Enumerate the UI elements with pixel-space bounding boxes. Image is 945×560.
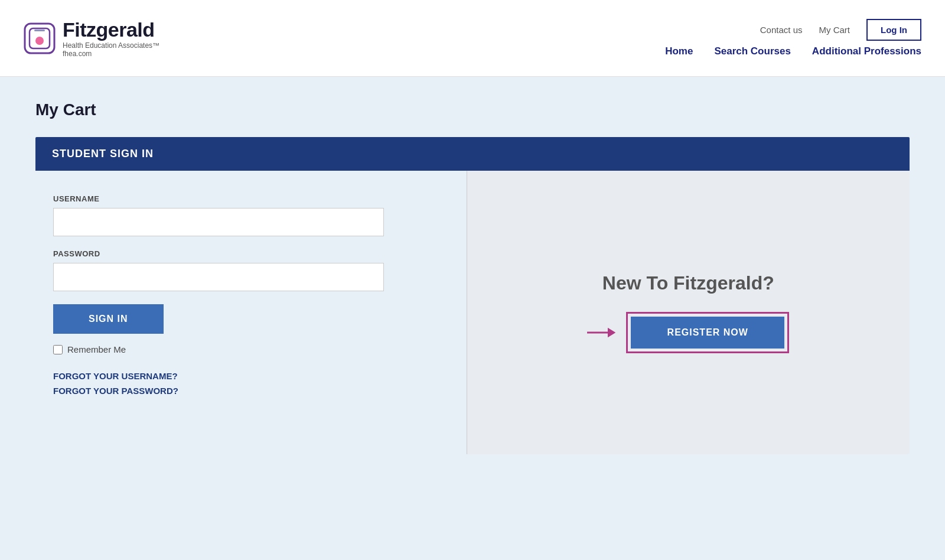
page-title: My Cart [35,100,910,119]
logo-name: Fitzgerald [63,18,159,41]
logo-icon [24,22,56,54]
additional-professions-link[interactable]: Additional Professions [812,45,921,57]
header: Fitzgerald Health Education Associates™ … [0,0,945,77]
logo-area: Fitzgerald Health Education Associates™ … [24,18,159,58]
logo-subtitle: Health Education Associates™ [63,41,159,50]
username-input[interactable] [53,208,384,236]
logo-text-area: Fitzgerald Health Education Associates™ … [63,18,159,58]
username-label: USERNAME [53,194,437,203]
password-input[interactable] [53,263,384,291]
cart-container: STUDENT SIGN IN USERNAME PASSWORD SIGN I… [35,137,910,454]
search-courses-link[interactable]: Search Courses [714,45,790,57]
password-label: PASSWORD [53,249,437,258]
password-group: PASSWORD [53,249,437,291]
remember-me-label: Remember Me [67,344,126,354]
forgot-username-link[interactable]: FORGOT YOUR USERNAME? [53,371,437,381]
student-signin-header: STUDENT SIGN IN [35,137,910,171]
remember-me-group: Remember Me [53,344,437,354]
login-button[interactable]: Log In [866,19,921,41]
remember-me-checkbox[interactable] [53,345,63,354]
nav-top: Contact us My Cart Log In [760,19,921,41]
signin-left: USERNAME PASSWORD SIGN IN Remember Me FO… [35,171,467,454]
arrow-wrapper [587,324,617,341]
register-btn-outer: REGISTER NOW [626,312,789,353]
forgot-password-link[interactable]: FORGOT YOUR PASSWORD? [53,386,437,396]
register-wrapper: REGISTER NOW [587,312,789,353]
register-now-button[interactable]: REGISTER NOW [631,317,784,349]
svg-marker-5 [608,327,615,337]
signin-body: USERNAME PASSWORD SIGN IN Remember Me FO… [35,171,910,454]
signin-right: New To Fitzgerald? REGISTER NOW [467,171,910,454]
sign-in-button[interactable]: SIGN IN [53,304,164,334]
main-content: My Cart STUDENT SIGN IN USERNAME PASSWOR… [0,77,945,560]
home-link[interactable]: Home [665,45,693,57]
username-group: USERNAME [53,194,437,236]
nav-bottom: Home Search Courses Additional Professio… [665,45,921,57]
my-cart-link[interactable]: My Cart [819,25,850,35]
svg-point-2 [35,37,44,45]
new-to-fitzgerald-text: New To Fitzgerald? [602,272,774,294]
arrow-icon [587,324,617,341]
svg-rect-3 [34,30,45,31]
logo-url: fhea.com [63,50,159,58]
forgot-links: FORGOT YOUR USERNAME? FORGOT YOUR PASSWO… [53,371,437,396]
nav-area: Contact us My Cart Log In Home Search Co… [665,19,921,57]
contact-us-link[interactable]: Contact us [760,25,803,35]
